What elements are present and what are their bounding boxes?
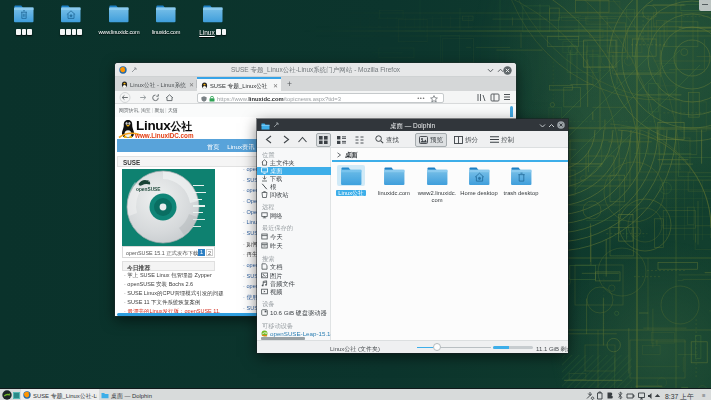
svg-text:openSUSE: openSUSE bbox=[136, 187, 161, 192]
